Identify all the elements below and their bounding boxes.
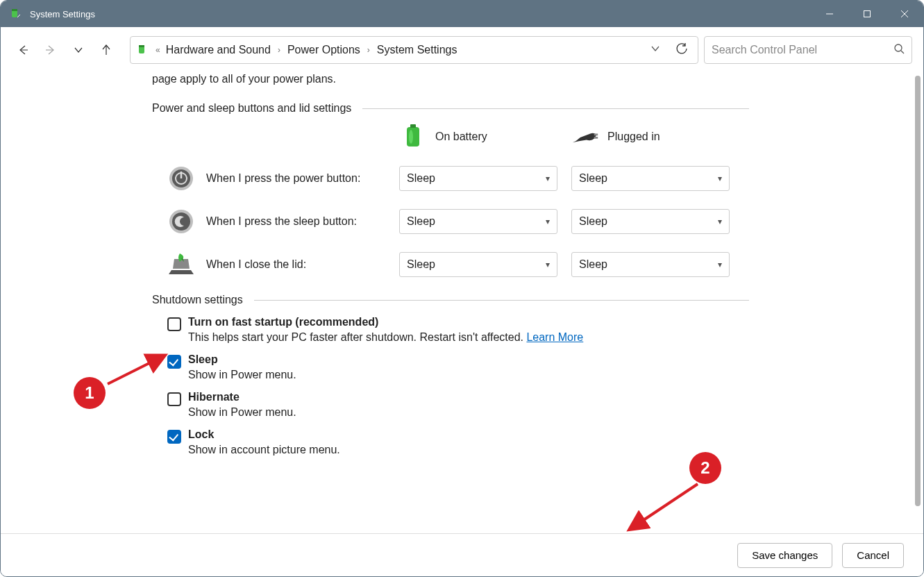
plug-icon [571,124,599,149]
svg-rect-3 [864,11,871,17]
section-header-shutdown: Shutdown settings [152,294,749,306]
window-title: System Settings [30,9,811,19]
intro-text: page apply to all of your power plans. [152,73,749,85]
fast-startup-checkbox[interactable] [167,317,181,331]
power-icon [167,165,195,192]
address-dropdown-button[interactable] [650,44,660,56]
svg-point-11 [895,44,902,51]
recent-button[interactable] [67,39,90,61]
chevron-down-icon: ▾ [718,260,722,269]
column-header-battery: On battery [399,124,557,149]
forward-button[interactable] [40,39,62,61]
sleep-checkbox[interactable] [167,355,181,369]
shutdown-item-hibernate: Hibernate Show in Power menu. [167,391,749,419]
app-icon [9,7,23,21]
laptop-lid-icon [167,251,195,278]
maximize-button[interactable] [848,1,886,27]
breadcrumb-item[interactable]: Power Options [287,44,360,56]
chevron-down-icon: ▾ [546,217,550,226]
save-changes-button[interactable]: Save changes [737,543,832,568]
sleep-plugged-select[interactable]: Sleep▾ [571,209,730,234]
hibernate-checkbox[interactable] [167,392,181,406]
setting-row-close-lid: When I close the lid: Sleep▾ Sleep▾ [152,251,749,278]
refresh-button[interactable] [675,42,688,58]
power-plugged-select[interactable]: Sleep▾ [571,166,730,191]
address-bar[interactable]: « Hardware and Sound › Power Options › S… [130,36,698,64]
svg-line-12 [901,51,904,53]
close-button[interactable] [886,1,923,27]
breadcrumb-item[interactable]: Hardware and Sound [166,44,271,56]
address-icon [136,43,150,57]
svg-rect-1 [12,9,17,11]
chevron-right-icon: › [276,45,282,55]
setting-row-sleep-button: When I press the sleep button: Sleep▾ Sl… [152,208,749,235]
chevron-down-icon: ▾ [546,174,550,183]
svg-point-15 [409,130,413,144]
setting-row-power-button: When I press the power button: Sleep▾ Sl… [152,165,749,192]
section-header-buttons: Power and sleep buttons and lid settings [152,102,749,115]
footer: Save changes Cancel [1,533,923,576]
sleep-icon [167,208,195,235]
search-input[interactable] [712,44,893,56]
sleep-battery-select[interactable]: Sleep▾ [399,209,557,234]
svg-rect-17 [594,137,598,139]
search-box[interactable] [704,36,912,64]
column-header-plugged: Plugged in [571,124,730,149]
breadcrumb-overflow[interactable]: « [156,45,160,55]
svg-rect-10 [139,45,144,47]
shutdown-item-sleep: Sleep Show in Power menu. [167,353,749,381]
content-area: page apply to all of your power plans. P… [1,73,923,533]
minimize-button[interactable] [811,1,848,27]
back-button[interactable] [12,39,34,61]
svg-rect-16 [594,133,598,135]
title-bar: System Settings [1,1,923,27]
scrollbar[interactable] [912,73,922,533]
chevron-right-icon: › [366,45,371,55]
lock-checkbox[interactable] [167,430,181,444]
lid-plugged-select[interactable]: Sleep▾ [571,252,730,277]
scrollbar-thumb[interactable] [915,76,921,506]
window-controls [811,1,923,27]
lid-battery-select[interactable]: Sleep▾ [399,252,557,277]
up-button[interactable] [95,39,117,61]
shutdown-item-fast-startup: Turn on fast startup (recommended) This … [167,316,749,344]
shutdown-item-lock: Lock Show in account picture menu. [167,428,749,456]
chevron-down-icon: ▾ [718,217,722,226]
breadcrumb-item[interactable]: System Settings [377,44,457,56]
cancel-button[interactable]: Cancel [842,543,904,568]
battery-icon [399,124,427,149]
svg-rect-14 [410,124,416,128]
power-battery-select[interactable]: Sleep▾ [399,166,557,191]
chevron-down-icon: ▾ [546,260,550,269]
learn-more-link[interactable]: Learn More [526,331,583,343]
search-icon[interactable] [893,43,905,57]
nav-row: « Hardware and Sound › Power Options › S… [1,27,923,73]
chevron-down-icon: ▾ [718,174,722,183]
